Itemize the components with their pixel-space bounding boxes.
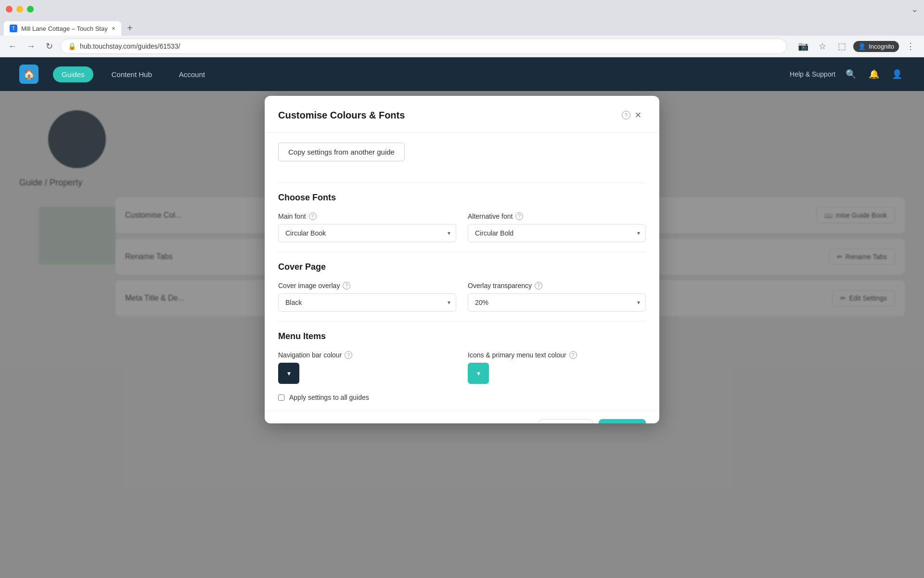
nav-item-guides[interactable]: Guides <box>53 66 93 82</box>
back-button[interactable]: ← <box>6 39 19 53</box>
tabs-bar: T Mill Lane Cottage – Touch Stay × + <box>0 18 924 36</box>
cover-overlay-select[interactable]: Black White Custom <box>278 293 456 312</box>
cover-page-section-title: Cover Page <box>278 262 646 272</box>
fonts-section-title: Choose Fonts <box>278 193 646 203</box>
icons-text-colour-help-icon[interactable]: ? <box>569 351 577 359</box>
cancel-button[interactable]: Cancel <box>539 419 593 423</box>
address-text: hub.touchstay.com/guides/61533/ <box>80 42 180 50</box>
copy-settings-button[interactable]: Copy settings from another guide <box>278 143 405 161</box>
traffic-lights <box>6 6 34 13</box>
nav-item-content-hub[interactable]: Content Hub <box>103 66 161 82</box>
maximize-window-button[interactable] <box>27 6 34 13</box>
divider-fonts <box>278 183 646 183</box>
main-font-help-icon[interactable]: ? <box>309 212 317 220</box>
nav-bar-colour-group: Navigation bar colour ? <box>278 351 456 384</box>
alt-font-label: Alternative font ? <box>468 212 646 220</box>
icons-text-colour-group: Icons & primary menu text colour ? <box>468 351 646 384</box>
tab-close-button[interactable]: × <box>112 25 116 32</box>
overlay-transparency-select-wrapper: 0% 10% 20% 30% 40% 50% ▾ <box>468 293 646 312</box>
camera-off-icon[interactable]: 📷 <box>796 39 811 54</box>
modal-footer: Cancel Save <box>265 411 659 423</box>
extension-icon[interactable]: ⬚ <box>834 39 849 54</box>
close-window-button[interactable] <box>6 6 13 13</box>
address-bar[interactable]: 🔒 hub.touchstay.com/guides/61533/ <box>61 39 787 54</box>
modal-help-icon[interactable]: ? <box>622 111 630 119</box>
cover-overlay-label: Cover image overlay ? <box>278 282 456 289</box>
minimize-window-button[interactable] <box>16 6 23 13</box>
menu-form-grid: Navigation bar colour ? Icons & primary … <box>278 351 646 384</box>
nav-right: Help & Support 🔍 🔔 👤 <box>790 66 905 82</box>
save-button[interactable]: Save <box>599 419 646 423</box>
search-icon[interactable]: 🔍 <box>843 66 859 82</box>
help-support-link[interactable]: Help & Support <box>790 70 835 78</box>
alt-font-select[interactable]: Circular Bold Circular Book Arial Georgi… <box>468 224 646 242</box>
cover-form-grid: Cover image overlay ? Black White Custom… <box>278 282 646 312</box>
alt-font-help-icon[interactable]: ? <box>515 212 523 220</box>
new-tab-button[interactable]: + <box>123 21 137 36</box>
main-font-group: Main font ? Circular Book Circular Bold … <box>278 212 456 242</box>
modal-overlay: Customise Colours & Fonts ? × Copy setti… <box>0 91 924 578</box>
alt-font-select-wrapper: Circular Bold Circular Book Arial Georgi… <box>468 224 646 242</box>
main-font-label: Main font ? <box>278 212 456 220</box>
customise-colours-fonts-modal: Customise Colours & Fonts ? × Copy setti… <box>265 96 659 423</box>
address-bar-row: ← → ↻ 🔒 hub.touchstay.com/guides/61533/ … <box>0 36 924 57</box>
menu-items-section-title: Menu Items <box>278 331 646 342</box>
modal-close-button[interactable]: × <box>630 107 646 123</box>
user-avatar-icon[interactable]: 👤 <box>889 66 905 82</box>
incognito-badge: 👤 Incognito <box>853 41 899 52</box>
app-logo[interactable]: 🏠 <box>19 65 38 84</box>
app-navbar: 🏠 Guides Content Hub Account Help & Supp… <box>0 57 924 91</box>
apply-all-row: Apply settings to all guides <box>278 394 646 401</box>
cover-overlay-help-icon[interactable]: ? <box>343 282 350 289</box>
apply-all-label[interactable]: Apply settings to all guides <box>289 394 369 401</box>
tab-title: Mill Lane Cottage – Touch Stay <box>21 25 108 32</box>
cover-page-section: Cover Page Cover image overlay ? Black <box>278 262 646 312</box>
refresh-button[interactable]: ↻ <box>42 39 56 53</box>
more-options-button[interactable]: ⋮ <box>903 39 918 54</box>
browser-titlebar: ⌄ <box>0 0 924 18</box>
browser-chrome: ⌄ T Mill Lane Cottage – Touch Stay × + ←… <box>0 0 924 57</box>
window-expand-icon[interactable]: ⌄ <box>911 4 918 14</box>
overlay-transparency-select[interactable]: 0% 10% 20% 30% 40% 50% <box>468 293 646 312</box>
modal-title: Customise Colours & Fonts <box>278 110 618 121</box>
browser-tab[interactable]: T Mill Lane Cottage – Touch Stay × <box>4 21 121 36</box>
overlay-transparency-label: Overlay transparency ? <box>468 282 646 289</box>
icons-text-colour-swatch[interactable] <box>468 363 489 384</box>
fonts-section: Choose Fonts Main font ? Circular Book <box>278 193 646 242</box>
forward-button[interactable]: → <box>24 39 38 53</box>
cover-overlay-select-wrapper: Black White Custom ▾ <box>278 293 456 312</box>
menu-items-section: Menu Items Navigation bar colour ? <box>278 331 646 401</box>
notification-bell-icon[interactable]: 🔔 <box>866 66 882 82</box>
lock-icon: 🔒 <box>68 42 76 50</box>
main-font-select[interactable]: Circular Book Circular Bold Arial Georgi… <box>278 224 456 242</box>
incognito-avatar-icon: 👤 <box>858 43 866 50</box>
nav-item-account[interactable]: Account <box>170 66 214 82</box>
tab-favicon: T <box>10 25 17 32</box>
nav-bar-colour-label: Navigation bar colour ? <box>278 351 456 359</box>
incognito-label: Incognito <box>869 43 894 50</box>
modal-header: Customise Colours & Fonts ? × <box>265 96 659 133</box>
cover-overlay-group: Cover image overlay ? Black White Custom… <box>278 282 456 312</box>
apply-all-checkbox[interactable] <box>278 394 284 401</box>
icons-text-colour-label: Icons & primary menu text colour ? <box>468 351 646 359</box>
overlay-transparency-help-icon[interactable]: ? <box>535 282 542 289</box>
alt-font-group: Alternative font ? Circular Bold Circula… <box>468 212 646 242</box>
nav-bar-colour-swatch[interactable] <box>278 363 299 384</box>
bookmark-icon[interactable]: ☆ <box>815 39 830 54</box>
divider-cover <box>278 252 646 252</box>
overlay-transparency-group: Overlay transparency ? 0% 10% 20% 30% 40… <box>468 282 646 312</box>
nav-bar-colour-help-icon[interactable]: ? <box>345 351 352 359</box>
fonts-form-grid: Main font ? Circular Book Circular Bold … <box>278 212 646 242</box>
divider-menu <box>278 321 646 322</box>
page-background: Guide / Property Customise Col... 📖 mise… <box>0 91 924 578</box>
modal-body: Copy settings from another guide Choose … <box>265 133 659 411</box>
browser-actions: 📷 ☆ ⬚ 👤 Incognito ⋮ <box>796 39 918 54</box>
main-font-select-wrapper: Circular Book Circular Bold Arial Georgi… <box>278 224 456 242</box>
